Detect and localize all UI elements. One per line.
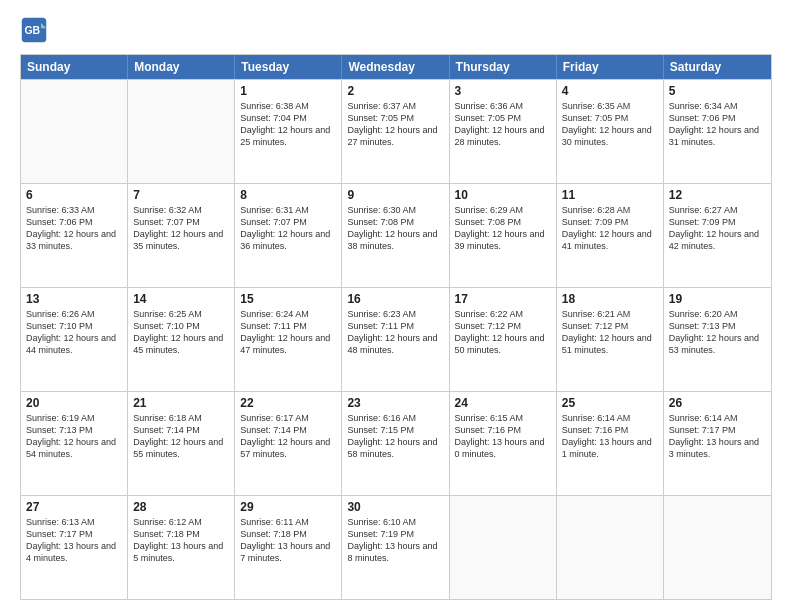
sunrise-text: Sunrise: 6:36 AM bbox=[455, 100, 551, 112]
sunrise-text: Sunrise: 6:29 AM bbox=[455, 204, 551, 216]
daylight-text: Daylight: 12 hours and 38 minutes. bbox=[347, 228, 443, 252]
day-number: 3 bbox=[455, 84, 551, 98]
sunrise-text: Sunrise: 6:13 AM bbox=[26, 516, 122, 528]
calendar-cell: 23Sunrise: 6:16 AMSunset: 7:15 PMDayligh… bbox=[342, 392, 449, 495]
calendar-cell: 25Sunrise: 6:14 AMSunset: 7:16 PMDayligh… bbox=[557, 392, 664, 495]
calendar-cell: 9Sunrise: 6:30 AMSunset: 7:08 PMDaylight… bbox=[342, 184, 449, 287]
sunset-text: Sunset: 7:17 PM bbox=[26, 528, 122, 540]
sunset-text: Sunset: 7:15 PM bbox=[347, 424, 443, 436]
sunset-text: Sunset: 7:14 PM bbox=[133, 424, 229, 436]
sunrise-text: Sunrise: 6:37 AM bbox=[347, 100, 443, 112]
weekday-header: Wednesday bbox=[342, 55, 449, 79]
daylight-text: Daylight: 12 hours and 28 minutes. bbox=[455, 124, 551, 148]
calendar-cell: 12Sunrise: 6:27 AMSunset: 7:09 PMDayligh… bbox=[664, 184, 771, 287]
weekday-header: Monday bbox=[128, 55, 235, 79]
daylight-text: Daylight: 12 hours and 42 minutes. bbox=[669, 228, 766, 252]
sunset-text: Sunset: 7:07 PM bbox=[240, 216, 336, 228]
daylight-text: Daylight: 12 hours and 53 minutes. bbox=[669, 332, 766, 356]
sunset-text: Sunset: 7:06 PM bbox=[26, 216, 122, 228]
day-number: 30 bbox=[347, 500, 443, 514]
calendar-row: 1Sunrise: 6:38 AMSunset: 7:04 PMDaylight… bbox=[21, 79, 771, 183]
sunrise-text: Sunrise: 6:32 AM bbox=[133, 204, 229, 216]
sunrise-text: Sunrise: 6:34 AM bbox=[669, 100, 766, 112]
day-number: 25 bbox=[562, 396, 658, 410]
calendar-cell: 27Sunrise: 6:13 AMSunset: 7:17 PMDayligh… bbox=[21, 496, 128, 599]
calendar-cell: 3Sunrise: 6:36 AMSunset: 7:05 PMDaylight… bbox=[450, 80, 557, 183]
calendar-cell: 10Sunrise: 6:29 AMSunset: 7:08 PMDayligh… bbox=[450, 184, 557, 287]
sunrise-text: Sunrise: 6:33 AM bbox=[26, 204, 122, 216]
day-number: 16 bbox=[347, 292, 443, 306]
daylight-text: Daylight: 12 hours and 57 minutes. bbox=[240, 436, 336, 460]
sunset-text: Sunset: 7:16 PM bbox=[562, 424, 658, 436]
calendar-cell: 2Sunrise: 6:37 AMSunset: 7:05 PMDaylight… bbox=[342, 80, 449, 183]
daylight-text: Daylight: 12 hours and 58 minutes. bbox=[347, 436, 443, 460]
sunrise-text: Sunrise: 6:26 AM bbox=[26, 308, 122, 320]
calendar: SundayMondayTuesdayWednesdayThursdayFrid… bbox=[20, 54, 772, 600]
daylight-text: Daylight: 12 hours and 36 minutes. bbox=[240, 228, 336, 252]
calendar-cell bbox=[557, 496, 664, 599]
header: GB bbox=[20, 16, 772, 44]
sunrise-text: Sunrise: 6:24 AM bbox=[240, 308, 336, 320]
day-number: 27 bbox=[26, 500, 122, 514]
sunset-text: Sunset: 7:10 PM bbox=[133, 320, 229, 332]
day-number: 11 bbox=[562, 188, 658, 202]
calendar-cell: 21Sunrise: 6:18 AMSunset: 7:14 PMDayligh… bbox=[128, 392, 235, 495]
sunset-text: Sunset: 7:05 PM bbox=[347, 112, 443, 124]
calendar-row: 6Sunrise: 6:33 AMSunset: 7:06 PMDaylight… bbox=[21, 183, 771, 287]
day-number: 19 bbox=[669, 292, 766, 306]
sunrise-text: Sunrise: 6:25 AM bbox=[133, 308, 229, 320]
calendar-cell: 15Sunrise: 6:24 AMSunset: 7:11 PMDayligh… bbox=[235, 288, 342, 391]
calendar-cell: 14Sunrise: 6:25 AMSunset: 7:10 PMDayligh… bbox=[128, 288, 235, 391]
sunrise-text: Sunrise: 6:19 AM bbox=[26, 412, 122, 424]
sunrise-text: Sunrise: 6:11 AM bbox=[240, 516, 336, 528]
daylight-text: Daylight: 12 hours and 48 minutes. bbox=[347, 332, 443, 356]
daylight-text: Daylight: 12 hours and 30 minutes. bbox=[562, 124, 658, 148]
calendar-row: 13Sunrise: 6:26 AMSunset: 7:10 PMDayligh… bbox=[21, 287, 771, 391]
day-number: 4 bbox=[562, 84, 658, 98]
sunset-text: Sunset: 7:05 PM bbox=[455, 112, 551, 124]
daylight-text: Daylight: 12 hours and 41 minutes. bbox=[562, 228, 658, 252]
sunset-text: Sunset: 7:09 PM bbox=[669, 216, 766, 228]
daylight-text: Daylight: 13 hours and 3 minutes. bbox=[669, 436, 766, 460]
daylight-text: Daylight: 12 hours and 45 minutes. bbox=[133, 332, 229, 356]
daylight-text: Daylight: 13 hours and 0 minutes. bbox=[455, 436, 551, 460]
day-number: 17 bbox=[455, 292, 551, 306]
calendar-cell: 4Sunrise: 6:35 AMSunset: 7:05 PMDaylight… bbox=[557, 80, 664, 183]
calendar-cell: 22Sunrise: 6:17 AMSunset: 7:14 PMDayligh… bbox=[235, 392, 342, 495]
calendar-cell: 13Sunrise: 6:26 AMSunset: 7:10 PMDayligh… bbox=[21, 288, 128, 391]
sunset-text: Sunset: 7:13 PM bbox=[26, 424, 122, 436]
sunrise-text: Sunrise: 6:14 AM bbox=[669, 412, 766, 424]
sunrise-text: Sunrise: 6:28 AM bbox=[562, 204, 658, 216]
weekday-header: Saturday bbox=[664, 55, 771, 79]
sunset-text: Sunset: 7:12 PM bbox=[562, 320, 658, 332]
sunrise-text: Sunrise: 6:21 AM bbox=[562, 308, 658, 320]
calendar-cell: 19Sunrise: 6:20 AMSunset: 7:13 PMDayligh… bbox=[664, 288, 771, 391]
sunrise-text: Sunrise: 6:12 AM bbox=[133, 516, 229, 528]
calendar-cell: 26Sunrise: 6:14 AMSunset: 7:17 PMDayligh… bbox=[664, 392, 771, 495]
daylight-text: Daylight: 13 hours and 4 minutes. bbox=[26, 540, 122, 564]
weekday-header: Thursday bbox=[450, 55, 557, 79]
calendar-cell: 11Sunrise: 6:28 AMSunset: 7:09 PMDayligh… bbox=[557, 184, 664, 287]
calendar-cell: 7Sunrise: 6:32 AMSunset: 7:07 PMDaylight… bbox=[128, 184, 235, 287]
daylight-text: Daylight: 12 hours and 25 minutes. bbox=[240, 124, 336, 148]
sunrise-text: Sunrise: 6:20 AM bbox=[669, 308, 766, 320]
calendar-cell bbox=[21, 80, 128, 183]
page: GB SundayMondayTuesdayWednesdayThursdayF… bbox=[0, 0, 792, 612]
sunrise-text: Sunrise: 6:30 AM bbox=[347, 204, 443, 216]
calendar-cell: 30Sunrise: 6:10 AMSunset: 7:19 PMDayligh… bbox=[342, 496, 449, 599]
sunrise-text: Sunrise: 6:27 AM bbox=[669, 204, 766, 216]
day-number: 28 bbox=[133, 500, 229, 514]
weekday-header: Sunday bbox=[21, 55, 128, 79]
day-number: 15 bbox=[240, 292, 336, 306]
day-number: 26 bbox=[669, 396, 766, 410]
day-number: 10 bbox=[455, 188, 551, 202]
sunset-text: Sunset: 7:06 PM bbox=[669, 112, 766, 124]
sunset-text: Sunset: 7:08 PM bbox=[455, 216, 551, 228]
day-number: 6 bbox=[26, 188, 122, 202]
daylight-text: Daylight: 13 hours and 7 minutes. bbox=[240, 540, 336, 564]
calendar-cell: 6Sunrise: 6:33 AMSunset: 7:06 PMDaylight… bbox=[21, 184, 128, 287]
calendar-cell: 28Sunrise: 6:12 AMSunset: 7:18 PMDayligh… bbox=[128, 496, 235, 599]
sunset-text: Sunset: 7:05 PM bbox=[562, 112, 658, 124]
day-number: 18 bbox=[562, 292, 658, 306]
sunrise-text: Sunrise: 6:10 AM bbox=[347, 516, 443, 528]
